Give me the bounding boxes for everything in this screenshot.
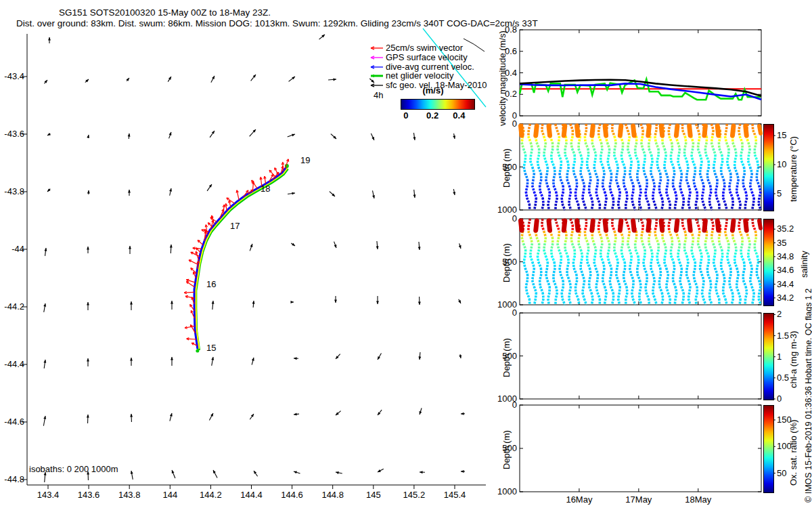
chl-colorbar-tick: 0.5 xyxy=(777,373,789,383)
map-y-tick-label: -44.8 xyxy=(0,475,24,484)
oxygen-colorbar-tick: 50 xyxy=(777,469,786,478)
legend-entry: 25cm/s swim vector xyxy=(386,43,463,53)
velocity-colorbar-tick: 0.2 xyxy=(422,111,443,121)
temperature-colorbar-tick: 10 xyxy=(777,160,786,169)
map-y-tick-label: -44.6 xyxy=(0,417,24,427)
gps-surface-trackline xyxy=(196,167,288,349)
chl-colorbar xyxy=(763,313,774,400)
velocity-colorbar-tick: 0.4 xyxy=(449,111,469,121)
temperature-colorbar-tick: 15 xyxy=(777,131,786,140)
net-glider-velocity-trackline xyxy=(196,169,288,350)
salinity-colorbar-tick: 35.2 xyxy=(777,224,794,234)
time-axis-label: 17May xyxy=(618,495,659,505)
map-y-tick-label: -44 xyxy=(0,245,24,254)
map-y-tick-label: -43.8 xyxy=(0,187,24,196)
map-x-tick-label: 144.2 xyxy=(190,490,231,500)
velocity-colorbar-title: (m/s) xyxy=(406,86,460,96)
chl-colorbar-tick: 0 xyxy=(777,394,782,404)
map-panel xyxy=(22,28,486,489)
figure-title: SG151 SOTS20100320 15-May 00Z to 18-May … xyxy=(59,7,271,18)
imos-watermark: © IMOS 15-Feb-2019 01:36:36 Hobart time.… xyxy=(804,289,812,503)
map-x-tick-label: 143.6 xyxy=(68,490,109,500)
salinity-colorbar-label: salinity xyxy=(800,251,809,278)
isobath-contour xyxy=(464,39,484,51)
legend-scale-label: 4h xyxy=(374,91,383,100)
chl-colorbar-tick: 1.5 xyxy=(777,331,789,341)
map-y-tick-label: -43.6 xyxy=(0,129,24,139)
temperature-colorbar-label: temperature (°C) xyxy=(789,136,798,202)
depth-ylabel: Depth (m) xyxy=(502,338,512,377)
depth-ylabel: Depth (m) xyxy=(502,148,512,188)
depth-tick-label: 1000 xyxy=(489,487,517,496)
chl-colorbar-tick: 2 xyxy=(777,310,782,319)
depth-tick-label: 0 xyxy=(489,214,517,224)
track-start-marker xyxy=(196,350,199,353)
glider-track xyxy=(194,164,289,353)
map-x-tick-label: 144 xyxy=(150,490,190,500)
map-y-tick-label: -44.2 xyxy=(0,302,24,312)
track-day-label: 16 xyxy=(206,280,216,289)
map-x-tick-label: 145.4 xyxy=(434,490,475,500)
salinity-dive-profiles xyxy=(521,219,761,305)
chl-colorbar-tick: 1 xyxy=(777,352,782,362)
track-day-label: 19 xyxy=(300,156,310,165)
velocity-series xyxy=(520,79,761,100)
time-axis-label: 18May xyxy=(678,495,719,505)
track-day-label: 15 xyxy=(206,343,216,353)
legend-entry: net glider velocity xyxy=(386,71,453,81)
velocity-colorbar-tick: 0 xyxy=(396,111,416,121)
map-x-tick-label: 144.8 xyxy=(313,490,353,500)
depth-tick-label: 0 xyxy=(489,308,517,318)
oxygen-colorbar-label: Ox. sat. ratio (%) xyxy=(789,419,798,486)
salinity-colorbar xyxy=(763,219,774,306)
salinity-colorbar-tick: 34.6 xyxy=(777,266,794,275)
map-x-tick-label: 143.4 xyxy=(28,490,68,500)
dive-avg-current-trackline xyxy=(194,167,286,349)
temperature-colorbar-tick: 5 xyxy=(777,189,782,198)
depth-ylabel: Depth (m) xyxy=(502,430,512,469)
time-axis-label: 16May xyxy=(559,495,600,505)
map-y-tick-label: -44.4 xyxy=(0,360,24,369)
depth-tick-label: 0 xyxy=(489,400,517,410)
temperature-dive-profiles xyxy=(521,124,761,210)
velocity-ylabel: velocity magnitude (m/s) xyxy=(498,30,508,126)
salinity-colorbar-tick: 34.4 xyxy=(777,280,794,289)
chl-colorbar-label: chl-a (mg m-3) xyxy=(789,331,798,388)
salinity-colorbar-tick: 35 xyxy=(777,238,786,248)
depth-ylabel: Depth (m) xyxy=(502,243,512,282)
isobaths-caption: isobaths: 0 200 1000m xyxy=(29,465,118,474)
velocity-panel xyxy=(520,30,761,116)
legend-entry: GPS surface velocity xyxy=(386,53,468,62)
track-day-label: 18 xyxy=(261,184,270,194)
temperature-colorbar xyxy=(763,124,774,211)
dive-avg-current-line xyxy=(520,83,761,100)
map-x-tick-label: 145 xyxy=(353,490,394,500)
velocity-colorbar xyxy=(401,99,475,110)
oxygen-colorbar xyxy=(763,405,774,493)
track-day-label: 17 xyxy=(230,221,240,231)
swim-vector-layer xyxy=(184,159,288,345)
oxygen-panel xyxy=(520,405,761,492)
salinity-colorbar-tick: 34.8 xyxy=(777,252,794,261)
map-x-tick-label: 144.6 xyxy=(272,490,313,500)
map-x-tick-label: 144.4 xyxy=(231,490,272,500)
salinity-colorbar-tick: 34.2 xyxy=(777,293,794,303)
seaglider-mission-figure: SG151 SOTS20100320 15-May 00Z to 18-May … xyxy=(0,0,812,508)
chl-panel xyxy=(520,313,761,399)
figure-subtitle: Dist. over ground: 83km. Dist. swum: 86k… xyxy=(16,18,538,28)
map-y-tick-label: -43.4 xyxy=(0,72,24,81)
map-x-tick-label: 143.8 xyxy=(109,490,150,500)
map-x-tick-label: 145.2 xyxy=(394,490,434,500)
